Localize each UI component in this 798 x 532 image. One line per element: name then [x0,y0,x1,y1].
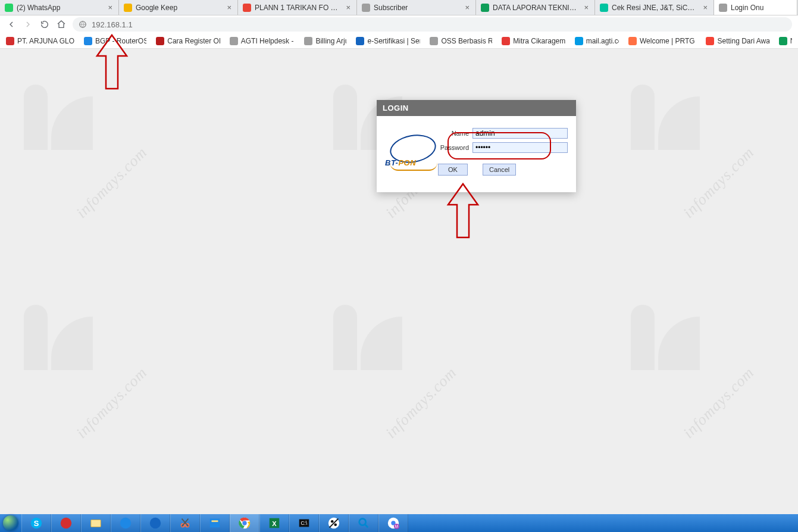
browser-tab[interactable]: Subscriber× [357,0,476,15]
bookmark-item[interactable]: e-Sertifikasi | Sertifi… [356,37,420,45]
site-info-icon [79,20,87,29]
bookmark-label: Billing Arjuna [315,37,346,45]
annotation-circle-credentials [447,132,551,159]
bookmark-item[interactable]: Billing Arjuna [304,37,346,45]
reload-button[interactable] [39,19,50,30]
svg-rect-10 [156,37,164,45]
bookmark-item[interactable]: mail.agti.co.id [575,37,619,45]
tab-title: Subscriber [374,4,408,12]
bookmark-label: AGTI Helpdesk - Lo… [241,37,295,45]
svg-rect-3 [362,4,370,12]
bookmark-item[interactable]: AGTI Helpdesk - Lo… [230,37,295,45]
browser-tab-strip: (2) WhatsApp×Google Keep×PLANN 1 TARIKAN… [0,0,798,15]
close-icon[interactable]: × [702,4,709,11]
close-icon[interactable]: × [107,4,114,11]
taskbar-skype[interactable]: S [21,514,51,532]
taskbar-dude[interactable] [319,514,349,532]
close-icon[interactable]: × [583,4,590,11]
tab-favicon [600,4,608,12]
tab-favicon [243,4,251,12]
svg-text:X: X [272,520,277,527]
svg-rect-1 [124,4,132,12]
svg-rect-17 [628,37,637,45]
svg-point-22 [61,518,71,528]
svg-rect-29 [212,520,218,522]
tab-title: Login Onu [731,4,763,12]
browser-tab[interactable]: Cek Resi JNE, J&T, SiCepat, Ninja× [595,0,714,15]
annotation-arrow-addressbar [94,32,130,92]
bookmark-item[interactable]: Mitra Cikarageman… [502,37,565,45]
bookmark-item[interactable]: Welcome | PRTG Ne… [628,37,697,45]
bookmark-favicon [356,37,364,45]
svg-rect-0 [5,4,13,12]
bookmark-label: Setting Dari Awal L… [717,37,769,45]
url-text: 192.168.1.1 [92,20,133,29]
forward-button[interactable] [23,19,33,30]
svg-rect-5 [600,4,608,12]
bookmark-label: Mitra Cikarageman… [513,37,565,45]
taskbar-chrome[interactable] [230,514,259,532]
btpon-logo: BT-PON [385,133,427,171]
taskbar-winscp[interactable] [200,514,230,532]
close-icon[interactable]: × [345,4,352,11]
browser-tab[interactable]: PLANN 1 TARIKAN FO 24 CORE× [238,0,357,15]
svg-rect-13 [356,37,364,45]
taskbar-app-blue2[interactable] [140,514,170,532]
address-bar[interactable]: 192.168.1.1 [73,17,792,32]
browser-nav-row: 192.168.1.1 [0,15,798,33]
browser-tab[interactable]: (2) WhatsApp× [0,0,119,15]
login-header: LOGIN [377,100,576,116]
svg-rect-28 [210,519,220,528]
taskbar-cmd[interactable]: C:\ [289,514,319,532]
svg-text:S: S [34,519,39,528]
svg-rect-6 [719,4,727,12]
taskbar-snip[interactable] [170,514,200,532]
browser-tab[interactable]: Google Keep× [119,0,238,15]
svg-rect-16 [575,37,583,45]
bookmark-item[interactable]: OSS Berbasis Risiko [430,37,492,45]
taskbar-excel[interactable]: X [259,514,289,532]
taskbar-explorer[interactable] [81,514,111,532]
close-icon[interactable]: × [226,4,233,11]
svg-rect-15 [502,37,510,45]
bookmark-favicon [628,37,637,45]
svg-rect-11 [230,37,238,45]
back-button[interactable] [6,19,17,30]
bookmark-label: OSS Berbasis Risiko [441,37,492,45]
svg-point-38 [334,523,337,526]
bookmark-item[interactable]: N [779,37,792,45]
svg-text:M: M [395,524,398,528]
browser-tab[interactable]: DATA LAPORAN TEKNISI - Googl× [476,0,595,15]
tab-favicon [719,4,727,12]
taskbar-app-blue1[interactable] [111,514,140,532]
tab-favicon [124,4,132,12]
bookmark-favicon [779,37,787,45]
home-button[interactable] [56,19,67,30]
tab-title: Cek Resi JNE, J&T, SiCepat, Ninja [612,4,698,12]
taskbar-chrome-alt[interactable]: M [378,514,408,532]
bookmark-favicon [575,37,583,45]
svg-rect-8 [6,37,14,45]
ok-button[interactable]: OK [438,164,468,176]
close-icon[interactable]: × [464,4,471,11]
taskbar-search[interactable] [349,514,378,532]
browser-tab[interactable]: Login Onu [714,0,797,15]
bookmark-item[interactable]: Cara Register ONT… [156,37,220,45]
page-viewport: infomays.cominfomays.cominfomays.cominfo… [0,49,798,514]
bookmark-label: mail.agti.co.id [586,37,619,45]
svg-rect-19 [779,37,787,45]
tab-favicon [5,4,13,12]
bookmark-label: PT. ARJUNA GLOBA… [17,37,74,45]
tab-title: (2) WhatsApp [17,4,60,12]
bookmark-item[interactable]: PT. ARJUNA GLOBA… [6,37,74,45]
cancel-button[interactable]: Cancel [483,164,516,176]
bookmark-item[interactable]: Setting Dari Awal L… [706,37,769,45]
bookmark-label: Cara Register ONT… [167,37,220,45]
svg-point-31 [242,521,246,525]
svg-text:C:\: C:\ [301,521,308,526]
taskbar-app-red[interactable] [51,514,81,532]
svg-point-39 [359,519,366,525]
svg-point-25 [150,518,161,528]
bookmark-favicon [84,37,92,45]
start-button[interactable] [0,514,21,532]
